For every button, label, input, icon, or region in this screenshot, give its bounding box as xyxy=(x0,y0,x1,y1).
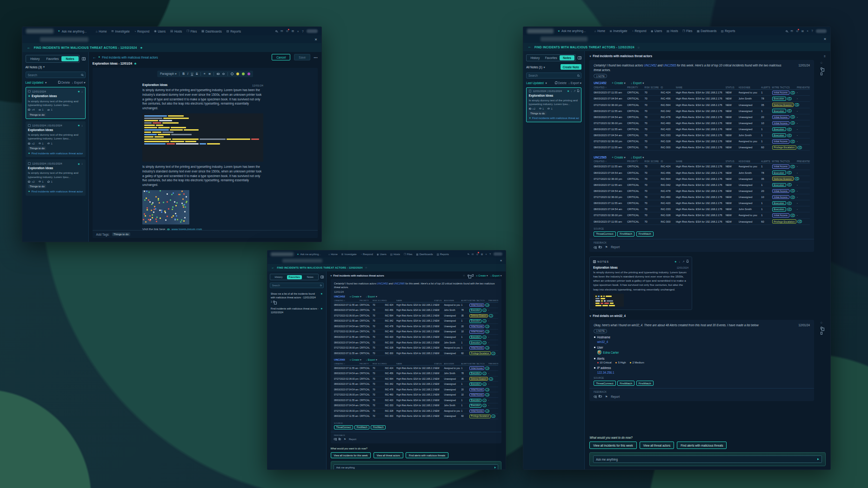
mitre-tactic-chip[interactable]: Execution xyxy=(772,171,786,175)
mitre-tactic-chip[interactable]: Execution xyxy=(469,404,481,407)
note-card[interactable]: 12/01/2024 | 01/01/2024 ★ ↓ Exploration … xyxy=(26,121,86,158)
mitre-tactic-chip[interactable]: Initial Access xyxy=(469,393,484,396)
suggestion-button[interactable]: View all incidents for this week xyxy=(331,452,371,459)
mitre-tactic-chip[interactable]: Execution xyxy=(772,133,786,138)
favorite-star-icon[interactable]: ☆ xyxy=(820,321,823,324)
color-yellow-swatch[interactable] xyxy=(236,73,239,75)
ask-me-anything-nav[interactable]: ✦Ask me anything... xyxy=(58,29,87,33)
column-header[interactable]: PREVENTED STATUS xyxy=(797,86,810,89)
mitre-extra-badge[interactable]: +1 xyxy=(790,165,795,168)
incident-row[interactable]: 08/03/2023 07:04:54 amCRITICAL70INC-478H… xyxy=(594,114,810,120)
incident-row[interactable]: 07/27/2023 02:36:00 pmCRITICAL70INC-564H… xyxy=(594,176,810,182)
incident-row[interactable]: 07/27/2023 02:36:00 pmCRITICAL70INC-328H… xyxy=(594,138,810,145)
insert-image-button[interactable] xyxy=(217,73,220,75)
column-header[interactable]: STATUS xyxy=(726,160,739,163)
incident-row[interactable]: 08/03/2023 07:11:55 amCRITICAL70INC-342H… xyxy=(594,182,810,188)
create-note-button[interactable]: Create Note xyxy=(561,64,581,70)
source-chip[interactable]: ThreatConnect xyxy=(594,231,615,236)
mitre-tactic-chip[interactable]: Privilege Escalation xyxy=(772,219,797,224)
incident-row[interactable]: 07/27/2023 02:36:00 pmCRITICAL70INC-460H… xyxy=(594,120,810,126)
column-header[interactable]: PRIORITY xyxy=(627,86,644,89)
column-header[interactable]: ID xyxy=(385,363,396,365)
expand-icon[interactable]: × xyxy=(297,30,299,33)
mitre-tactic-chip[interactable]: Execution xyxy=(469,382,481,386)
user-menu-blurred[interactable] xyxy=(307,29,317,33)
suggestion-button[interactable]: View all threat actors xyxy=(640,442,674,449)
search-input[interactable] xyxy=(528,74,576,77)
apps-grid-icon[interactable]: ⊞ xyxy=(292,29,294,33)
column-header[interactable]: ID xyxy=(385,299,396,302)
sort-label[interactable]: Last Updated xyxy=(26,81,44,84)
incident-row[interactable]: 08/03/2023 07:11:55 amCRITICAL70INC-300H… xyxy=(334,414,498,420)
column-header[interactable]: STATUS xyxy=(434,363,444,365)
favorite-star-icon[interactable]: ★ xyxy=(134,62,137,66)
incident-row[interactable]: 08/03/2023 07:11:55 amCRITICAL70INC-342H… xyxy=(334,382,498,387)
column-header[interactable]: NAME xyxy=(396,299,434,302)
report-button[interactable]: Report xyxy=(611,245,620,249)
source-chip[interactable]: FirstWatch xyxy=(636,381,654,385)
mitre-tactic-chip[interactable]: Initial Access xyxy=(772,189,789,193)
close-icon[interactable]: × xyxy=(500,259,502,263)
column-header[interactable]: CREATED↑ xyxy=(334,363,360,365)
chevron-down-icon[interactable]: ▾ xyxy=(331,274,332,277)
search-input[interactable] xyxy=(27,73,79,77)
mitre-extra-badge[interactable]: +1 xyxy=(482,382,487,386)
mitre-extra-badge[interactable]: +1 xyxy=(787,183,792,186)
suggestion-button[interactable]: Find alerts with malicious threats xyxy=(677,442,727,449)
download-icon[interactable]: ↓ xyxy=(81,124,83,127)
expand-icon[interactable]: × xyxy=(486,253,487,256)
apps-grid-icon[interactable]: ⊞ xyxy=(801,29,804,33)
mitre-tactic-chip[interactable]: Initial Access xyxy=(772,195,789,199)
download-icon[interactable]: ↓ xyxy=(679,260,680,263)
bulleted-list-button[interactable]: ≡ xyxy=(204,73,206,76)
mitre-tactic-chip[interactable]: Defense Evasion xyxy=(469,377,488,380)
chevron-down-icon[interactable]: ▾ xyxy=(589,314,591,317)
column-header[interactable]: ASSIGNEE xyxy=(739,160,761,163)
mitre-tactic-chip[interactable]: Initial Access xyxy=(772,213,789,218)
tab-notes[interactable]: Notes xyxy=(61,56,78,61)
bell-icon[interactable]: ⊙ xyxy=(476,253,479,256)
breadcrumb[interactable]: Find incidents with malicious threat act… xyxy=(102,56,158,59)
column-header[interactable]: NAME xyxy=(396,363,434,365)
create-button[interactable]: +Create▾ xyxy=(349,295,361,298)
source-chip[interactable]: FirstWatch xyxy=(371,425,386,429)
nav-item[interactable]: ▦Dashboards xyxy=(697,29,716,33)
favorite-star-icon[interactable]: ☆ xyxy=(637,46,640,49)
back-arrow-icon[interactable]: ← xyxy=(27,46,31,49)
mitre-tactic-chip[interactable]: Execution xyxy=(469,309,481,312)
incident-row[interactable]: 07/27/2023 02:36:00 pmCRITICAL70INC-460H… xyxy=(594,194,810,200)
favorite-star-icon[interactable]: ★ xyxy=(140,46,143,50)
incident-row[interactable]: 07/27/2023 02:36:00 pmCRITICAL70INC-564H… xyxy=(334,376,498,382)
trash-icon[interactable] xyxy=(821,332,822,335)
threat-actor-link[interactable]: UNC2452 xyxy=(644,64,657,67)
mitre-tactic-chip[interactable]: Privilege Escalation xyxy=(772,145,797,150)
nav-item[interactable]: ⌂Home xyxy=(328,253,338,256)
sort-label[interactable]: Last Updated xyxy=(526,81,543,85)
mail-icon[interactable]: ✉ xyxy=(280,29,283,33)
mail-icon[interactable]: ✉ xyxy=(472,253,474,256)
note-count-chip[interactable]: 1 NOTE xyxy=(594,329,607,333)
nav-item[interactable]: ⊞Investigate xyxy=(341,253,357,256)
mitre-extra-badge[interactable]: +1 xyxy=(482,399,487,402)
sort-asc-icon[interactable]: ↑ xyxy=(606,160,607,163)
note-card[interactable]: 12/01/2024 | 01/01/2024 ★ ↓ Exploration … xyxy=(26,159,86,196)
actor-group-link[interactable]: UNC2565 xyxy=(594,156,607,159)
mitre-tactic-chip[interactable]: Execution xyxy=(469,336,481,339)
favorites-search[interactable] xyxy=(270,283,323,288)
incident-row[interactable]: 08/03/2023 07:11:55 amCRITICAL70INC-424H… xyxy=(334,303,498,308)
editor-panel[interactable]: Paragraph▾ B I U S ≡ ≣ xyxy=(93,68,318,238)
report-button[interactable]: Report xyxy=(349,438,356,441)
incident-row[interactable]: 07/27/2023 02:36:00 pmCRITICAL70INC-564H… xyxy=(334,313,498,319)
source-chip[interactable]: FirstWatch xyxy=(354,425,369,429)
hostname-link[interactable]: win32_4 xyxy=(597,340,608,343)
trash-icon[interactable] xyxy=(472,275,474,277)
incident-row[interactable]: 08/03/2023 07:11:55 amCRITICAL70INC-342H… xyxy=(334,319,498,324)
column-header[interactable]: ALERTS xyxy=(761,160,772,163)
mail-icon[interactable]: ✉ xyxy=(791,29,793,33)
section-menu-icon[interactable]: ≡ xyxy=(824,54,826,58)
help-icon[interactable]: ? xyxy=(811,29,813,33)
favorite-star-icon[interactable]: ★ xyxy=(320,292,323,295)
chevron-down-icon[interactable]: ▾ xyxy=(546,81,547,85)
threat-actor-link[interactable]: UNC2565 xyxy=(394,282,405,285)
mitre-tactic-chip[interactable]: Initial Access xyxy=(469,409,484,413)
